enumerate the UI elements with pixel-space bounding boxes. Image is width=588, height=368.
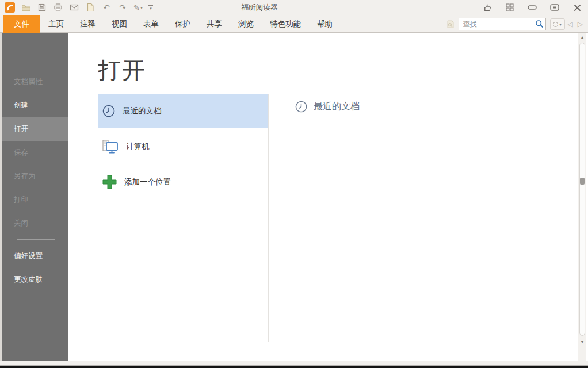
tab-home[interactable]: 主页 [40,15,72,33]
sidebar-item-print: 打印 [2,188,68,212]
sidebar-item-preferences[interactable]: 偏好设置 [2,244,68,268]
find-previous-button[interactable]: ◁ [566,18,575,30]
clock-icon [102,104,116,118]
search-area: ▾ ◁ ▷ [446,17,585,31]
scroll-down-icon[interactable]: ▼ [578,340,586,344]
scrollbar-grip[interactable] [580,178,585,185]
ribbon-tab-bar: 文件 主页 注释 视图 表单 保护 共享 浏览 特色功能 帮助 [0,15,588,33]
maximize-button[interactable] [549,2,560,13]
close-icon [574,4,581,12]
place-recent-documents[interactable]: 最近的文档 [98,94,268,128]
place-add-location[interactable]: 添加一个位置 [98,165,268,199]
search-icon[interactable] [535,20,544,28]
vertical-scrollbar[interactable]: ▲ ▼ [578,33,586,361]
foxit-reader-window: ↶ ↷ ✎ ▾ ▾ 福昕阅读器 [0,0,588,368]
place-label: 最近的文档 [123,106,162,116]
footer-strip [0,361,588,365]
place-label: 添加一个位置 [124,177,171,187]
recent-documents-header: 最近的文档 [295,100,360,113]
chevron-down-icon: ▾ [559,22,562,27]
minimize-button[interactable] [527,2,537,13]
sidebar-item-save: 保存 [2,141,68,164]
sidebar-item-create[interactable]: 创建 [2,94,68,117]
find-buttons: ▾ ◁ ▷ [550,18,585,30]
place-computer[interactable]: 计算机 [98,129,268,163]
plus-icon [102,174,117,190]
panel-divider [268,94,269,342]
sidebar-item-change-skin[interactable]: 更改皮肤 [2,268,68,292]
thumb-up-button[interactable] [482,2,492,13]
close-button[interactable] [572,2,582,13]
tab-view[interactable]: 视图 [104,15,135,33]
clock-icon [295,100,308,113]
tab-features[interactable]: 特色功能 [262,15,309,33]
scroll-up-icon[interactable]: ▲ [578,35,586,39]
page-title: 打开 [98,55,146,86]
search-document-icon [446,20,455,29]
sidebar-item-close: 关闭 [2,212,68,235]
minimize-icon [528,5,537,10]
window-controls [482,0,582,15]
backstage-sidebar: 文档属性 创建 打开 保存 另存为 打印 关闭 偏好设置 更改皮肤 [0,33,68,361]
maximize-icon [550,4,559,11]
tab-form[interactable]: 表单 [135,15,167,33]
title-bar: ↶ ↷ ✎ ▾ ▾ 福昕阅读器 [0,0,588,15]
tab-browse[interactable]: 浏览 [230,15,262,33]
place-label: 计算机 [126,141,150,152]
search-options-button[interactable]: ▾ [550,18,565,30]
tab-share[interactable]: 共享 [198,15,230,33]
sidebar-divider [17,239,55,240]
sidebar-item-document-properties: 文档属性 [2,70,68,94]
computer-icon [102,139,119,155]
window-title: 福昕阅读器 [0,0,519,15]
recent-documents-title: 最近的文档 [314,101,360,113]
filter-circle-icon [553,22,558,27]
layout-grid-button[interactable] [505,2,515,13]
find-next-button[interactable]: ▷ [576,18,585,30]
grid-icon [506,3,514,12]
sidebar-item-open[interactable]: 打开 [2,117,68,141]
tab-comment[interactable]: 注释 [72,15,104,33]
search-box [459,18,546,30]
search-input[interactable] [459,18,546,30]
place-list: 最近的文档 计算机 添加一个位置 [98,94,268,201]
thumb-up-icon [483,3,492,12]
sidebar-item-save-as: 另存为 [2,164,68,188]
open-page-panel: 打开 最近的文档 计算机 [68,33,588,361]
tab-protect[interactable]: 保护 [167,15,198,33]
ribbon-tabs: 文件 主页 注释 视图 表单 保护 共享 浏览 特色功能 帮助 [3,15,341,33]
scrollbar-thumb[interactable] [579,43,585,336]
tab-file[interactable]: 文件 [3,15,40,33]
tab-help[interactable]: 帮助 [309,15,341,33]
